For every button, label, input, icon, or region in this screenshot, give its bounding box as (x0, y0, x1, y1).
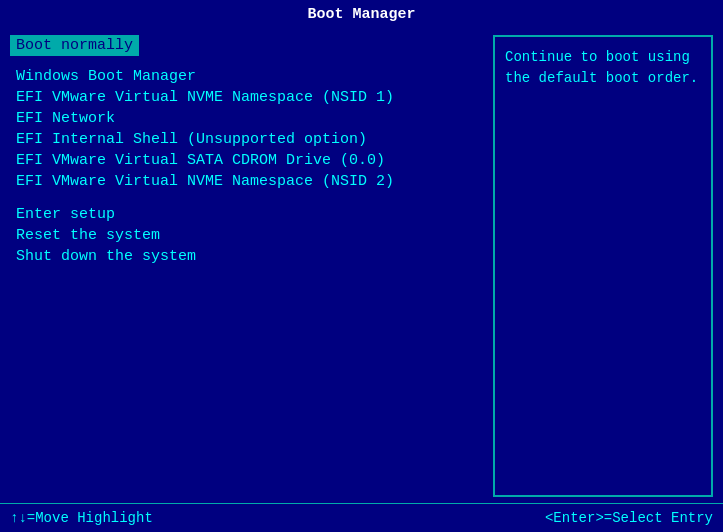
menu-item-efi-sata-cdrom[interactable]: EFI VMware Virtual SATA CDROM Drive (0.0… (10, 150, 483, 171)
menu-item-efi-nvme-2[interactable]: EFI VMware Virtual NVME Namespace (NSID … (10, 171, 483, 192)
footer-select-hint: <Enter>=Select Entry (545, 510, 713, 526)
description-text: Continue to boot usingthe default boot o… (505, 49, 698, 86)
menu-item-efi-network[interactable]: EFI Network (10, 108, 483, 129)
footer-move-hint: ↑↓=Move Highlight (10, 510, 153, 526)
menu-item-enter-setup[interactable]: Enter setup (10, 204, 483, 225)
right-panel: Continue to boot usingthe default boot o… (493, 35, 713, 497)
menu-item-shut-down[interactable]: Shut down the system (10, 246, 483, 267)
main-area: Boot normally Windows Boot Manager EFI V… (0, 29, 723, 503)
menu-item-efi-nvme-1[interactable]: EFI VMware Virtual NVME Namespace (NSID … (10, 87, 483, 108)
footer: ↑↓=Move Highlight <Enter>=Select Entry (0, 503, 723, 532)
menu-item-reset-system[interactable]: Reset the system (10, 225, 483, 246)
left-panel: Boot normally Windows Boot Manager EFI V… (10, 35, 483, 497)
title-bar: Boot Manager (0, 0, 723, 29)
title-text: Boot Manager (307, 6, 415, 23)
boot-manager-screen: Boot Manager Boot normally Windows Boot … (0, 0, 723, 532)
menu-spacer (10, 192, 483, 204)
menu-item-efi-internal-shell[interactable]: EFI Internal Shell (Unsupported option) (10, 129, 483, 150)
boot-normally-item[interactable]: Boot normally (10, 35, 139, 56)
menu-item-windows-boot-manager[interactable]: Windows Boot Manager (10, 66, 483, 87)
